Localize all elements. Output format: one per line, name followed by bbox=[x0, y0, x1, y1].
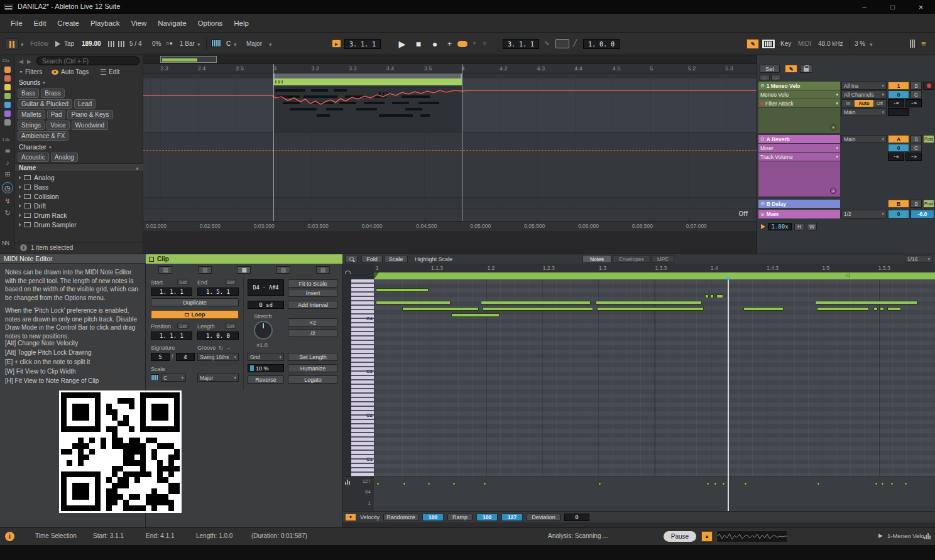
track-header-meneo-velo[interactable]: ⊙ 1 Meneo Velo All Ins 1 S Meneo Velo Al… bbox=[757, 82, 935, 134]
draw-mode-icon[interactable]: ✎ bbox=[746, 39, 759, 49]
new-circle-icon[interactable]: ○ bbox=[483, 40, 486, 46]
sound-tag[interactable]: Ambience & FX bbox=[18, 131, 68, 141]
browser-folder-row[interactable]: Drum Sampler bbox=[15, 220, 143, 229]
quantization-caret-icon[interactable]: ▾ bbox=[197, 41, 200, 48]
input-channel-selector[interactable]: All Channels bbox=[841, 90, 887, 99]
midi-note[interactable] bbox=[451, 313, 500, 317]
crossfade-box[interactable]: C bbox=[910, 90, 922, 99]
randomize-value-box[interactable]: 100 bbox=[422, 514, 444, 521]
selection-bracket[interactable] bbox=[273, 73, 462, 78]
record-button[interactable]: ● bbox=[429, 38, 441, 50]
clip-panel-header[interactable]: Clip bbox=[146, 254, 342, 264]
tab-mpe[interactable]: MPE bbox=[652, 255, 674, 263]
midi-note[interactable] bbox=[710, 294, 714, 298]
play-button[interactable]: ▶ bbox=[396, 38, 408, 50]
sound-tag[interactable]: Pad bbox=[47, 110, 66, 119]
collection-color-swatch[interactable] bbox=[4, 119, 11, 126]
deviation-value-box[interactable]: 0 bbox=[564, 514, 589, 521]
solo-button[interactable]: S bbox=[910, 135, 922, 143]
browser-forward-icon[interactable]: ▶ bbox=[27, 58, 31, 65]
velocity-dot[interactable] bbox=[452, 482, 456, 485]
groove-amount-value[interactable]: 0% bbox=[152, 40, 161, 47]
legato-button[interactable]: Legato bbox=[288, 375, 338, 384]
help-panel-header[interactable]: MIDI Note Editor bbox=[0, 254, 146, 264]
track-name-row[interactable]: ⊙ A Reverb bbox=[758, 135, 840, 143]
velocity-lane-label[interactable]: Velocity bbox=[360, 514, 380, 520]
midi-loop-bar[interactable]: ◁ bbox=[374, 272, 935, 279]
clip-tab-tools[interactable]: ▦ bbox=[237, 266, 251, 274]
velocity-dot[interactable] bbox=[875, 482, 878, 485]
radio-icon[interactable]: ⊙ bbox=[760, 136, 765, 142]
velocity-dot[interactable] bbox=[881, 482, 884, 485]
menu-item[interactable]: Navigate bbox=[152, 19, 192, 27]
fold-button[interactable]: Fold bbox=[361, 255, 383, 263]
expand-caret-icon[interactable] bbox=[19, 195, 21, 198]
scale-fold-button[interactable]: Scale bbox=[384, 255, 408, 263]
sidebar-icon[interactable]: ↻ bbox=[4, 209, 10, 217]
velocity-dot[interactable] bbox=[706, 482, 709, 485]
sidebar-icon[interactable]: ♪ bbox=[6, 159, 9, 166]
arrangement-position-value[interactable]: 3. 1. 1 bbox=[344, 39, 381, 49]
midi-note[interactable] bbox=[376, 301, 451, 304]
add-interval-button[interactable]: Add Interval bbox=[288, 301, 338, 309]
velocity-dot[interactable] bbox=[714, 482, 717, 485]
grid-value-selector[interactable]: 1/16 bbox=[905, 255, 932, 263]
crossfade-box[interactable]: C bbox=[910, 144, 922, 152]
filters-button[interactable]: ▼ Filters bbox=[19, 68, 42, 75]
monitor-off[interactable]: Off bbox=[873, 100, 886, 107]
upload-indicator[interactable]: ▲ bbox=[701, 531, 713, 542]
ramp-from-box[interactable]: 100 bbox=[476, 514, 498, 521]
track-lane-delay[interactable] bbox=[143, 197, 757, 207]
clip-position-value[interactable]: 1. 1. 1 bbox=[151, 331, 192, 340]
radio-icon[interactable]: ⊙ bbox=[760, 201, 765, 207]
track-number-box[interactable]: 1 bbox=[888, 82, 909, 90]
sound-tag[interactable]: Bass bbox=[18, 89, 39, 98]
overview-zoom-box[interactable] bbox=[160, 56, 217, 63]
clip-end-value[interactable]: 1. 5. 1 bbox=[197, 288, 239, 296]
velocity-dot[interactable] bbox=[483, 482, 486, 485]
menu-item[interactable]: Edit bbox=[28, 19, 52, 27]
quantization-dots-icon[interactable]: ○● bbox=[166, 40, 173, 46]
sidebar-icon[interactable]: ↯ bbox=[4, 197, 10, 205]
sidebar-icon[interactable]: ⊞ bbox=[4, 170, 10, 178]
ramp-to-box[interactable]: 127 bbox=[501, 514, 523, 521]
radio-icon[interactable]: ⊙ bbox=[760, 83, 765, 89]
groove-commit-icon[interactable]: → bbox=[226, 345, 231, 351]
auto-tags-button[interactable]: Auto Tags bbox=[52, 68, 89, 75]
solo-button[interactable]: S bbox=[910, 200, 922, 208]
clip-start-set-button[interactable]: Set bbox=[177, 279, 189, 285]
collection-color-swatch[interactable] bbox=[4, 110, 11, 117]
stretch-knob[interactable] bbox=[254, 321, 273, 340]
note-grid[interactable] bbox=[374, 279, 935, 477]
key-map-button[interactable]: Key bbox=[780, 40, 791, 47]
velocity-area[interactable] bbox=[374, 477, 935, 512]
hamburger-menu-icon[interactable]: ≡ bbox=[921, 39, 926, 48]
preview-headphones-icon[interactable] bbox=[345, 271, 351, 274]
reverse-button[interactable]: Reverse bbox=[248, 375, 284, 384]
collection-color-swatch[interactable] bbox=[4, 75, 11, 82]
signature-numerator[interactable]: 5 bbox=[151, 353, 170, 361]
time-signature-value[interactable]: 5 / 4 bbox=[129, 40, 141, 47]
automation-selector-2[interactable]: Filter Attack bbox=[758, 99, 840, 107]
reverb-automation-dashed-line[interactable] bbox=[143, 150, 757, 151]
zoom-speed-box[interactable]: 1.00x bbox=[768, 223, 792, 230]
velocity-dot[interactable] bbox=[904, 482, 907, 485]
menu-item[interactable]: Create bbox=[52, 19, 85, 27]
midi-note[interactable] bbox=[880, 307, 884, 311]
output-routing-selector[interactable]: Main bbox=[841, 108, 887, 116]
velocity-dot[interactable] bbox=[890, 482, 894, 485]
invert-button[interactable]: Invert bbox=[288, 289, 338, 297]
clip-end-set-button[interactable]: Set bbox=[225, 279, 236, 285]
tap-button[interactable]: Tap bbox=[64, 40, 74, 47]
browser-folder-row[interactable]: Drum Rack bbox=[15, 210, 143, 220]
session-record-pill-icon[interactable] bbox=[457, 41, 468, 47]
tab-envelopes[interactable]: Envelopes bbox=[613, 255, 650, 263]
draw-automation-icon[interactable]: ✎ bbox=[785, 65, 797, 73]
midi-note[interactable] bbox=[483, 307, 593, 311]
humanize-button[interactable]: Humanize bbox=[288, 364, 338, 372]
expand-caret-icon[interactable] bbox=[19, 185, 21, 189]
monitor-in[interactable]: In bbox=[842, 100, 855, 107]
monitor-track-name[interactable]: 1-Meneo Velo bbox=[887, 532, 924, 539]
punch-position-value[interactable]: 3. 1. 1 bbox=[503, 39, 539, 49]
loop-toggle-button[interactable]: Loop bbox=[151, 310, 239, 319]
